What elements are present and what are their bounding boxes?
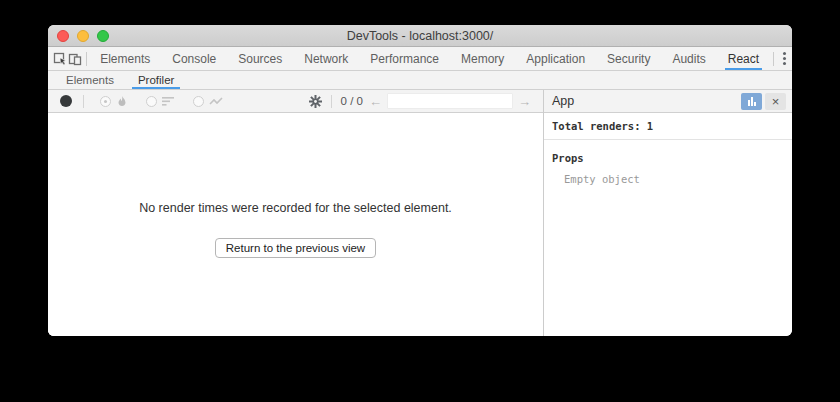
profiler-content: 0 / 0 ← → No render times were recorded … bbox=[48, 90, 792, 336]
prev-snapshot-arrow-icon[interactable]: ← bbox=[365, 94, 386, 109]
tab-bar-separator bbox=[86, 52, 87, 66]
next-snapshot-arrow-icon[interactable]: → bbox=[514, 94, 535, 109]
close-details-button[interactable]: × bbox=[765, 93, 786, 110]
gear-icon bbox=[309, 95, 322, 108]
record-button[interactable] bbox=[60, 95, 72, 107]
tab-performance[interactable]: Performance bbox=[359, 48, 450, 70]
tab-security[interactable]: Security bbox=[596, 48, 661, 70]
window-title: DevTools - localhost:3000/ bbox=[48, 29, 792, 43]
element-details-pane: App × Total renders: 1 Props Empty objec… bbox=[544, 90, 792, 336]
return-previous-view-button[interactable]: Return to the previous view bbox=[215, 238, 376, 258]
ranked-chart-icon bbox=[162, 96, 175, 107]
line-chart-icon bbox=[209, 96, 224, 107]
tab-network[interactable]: Network bbox=[293, 48, 359, 70]
details-header: App × bbox=[544, 90, 792, 113]
subtab-profiler[interactable]: Profiler bbox=[126, 71, 186, 89]
devtools-menu-button[interactable] bbox=[777, 47, 792, 70]
tab-memory[interactable]: Memory bbox=[450, 48, 515, 70]
devtools-window: DevTools - localhost:3000/ Elements Cons… bbox=[48, 25, 792, 336]
flamegraph-radio[interactable] bbox=[100, 96, 111, 107]
kebab-icon bbox=[783, 52, 786, 55]
profiler-toolbar: 0 / 0 ← → bbox=[48, 90, 543, 113]
device-toolbar-button[interactable] bbox=[67, 47, 82, 70]
devtools-tab-bar: Elements Console Sources Network Perform… bbox=[48, 47, 792, 71]
profiler-main-pane: 0 / 0 ← → No render times were recorded … bbox=[48, 90, 543, 336]
snapshot-counter: 0 / 0 bbox=[341, 95, 363, 107]
ranked-radio[interactable] bbox=[146, 96, 157, 107]
inspect-cursor-icon bbox=[53, 52, 67, 66]
tab-console[interactable]: Console bbox=[161, 48, 227, 70]
tab-sources[interactable]: Sources bbox=[227, 48, 293, 70]
tab-audits[interactable]: Audits bbox=[661, 48, 716, 70]
props-label: Props bbox=[552, 152, 784, 164]
tab-react[interactable]: React bbox=[717, 48, 770, 70]
profiler-empty-state: No render times were recorded for the se… bbox=[48, 113, 543, 336]
subtab-elements[interactable]: Elements bbox=[54, 71, 126, 89]
react-subtab-bar: Elements Profiler bbox=[48, 71, 792, 90]
toolbar-separator-2 bbox=[331, 95, 332, 108]
tab-bar-separator-right bbox=[773, 52, 774, 66]
snapshot-selector[interactable] bbox=[387, 93, 513, 109]
total-renders-value: 1 bbox=[647, 120, 653, 132]
titlebar: DevTools - localhost:3000/ bbox=[48, 25, 792, 47]
flame-icon bbox=[116, 95, 128, 108]
chart-option-ranked[interactable] bbox=[146, 96, 175, 107]
total-renders-label: Total renders: bbox=[552, 120, 641, 132]
inspect-element-button[interactable] bbox=[52, 47, 67, 70]
close-icon: × bbox=[772, 95, 780, 108]
total-renders-row: Total renders: 1 bbox=[544, 113, 792, 140]
bar-chart-icon bbox=[748, 100, 750, 106]
interactions-radio[interactable] bbox=[193, 96, 204, 107]
device-toolbar-icon bbox=[68, 52, 82, 66]
tab-elements[interactable]: Elements bbox=[89, 48, 161, 70]
toolbar-separator bbox=[83, 95, 84, 108]
chart-option-interactions[interactable] bbox=[193, 96, 224, 107]
chart-option-flamegraph[interactable] bbox=[100, 95, 128, 108]
tab-application[interactable]: Application bbox=[515, 48, 596, 70]
props-value: Empty object bbox=[552, 173, 784, 185]
selected-component-name: App bbox=[552, 94, 741, 108]
profiler-settings-button[interactable] bbox=[309, 95, 322, 108]
empty-state-message: No render times were recorded for the se… bbox=[139, 201, 452, 215]
render-chart-toggle-button[interactable] bbox=[741, 93, 762, 110]
props-section: Props Empty object bbox=[544, 140, 792, 185]
